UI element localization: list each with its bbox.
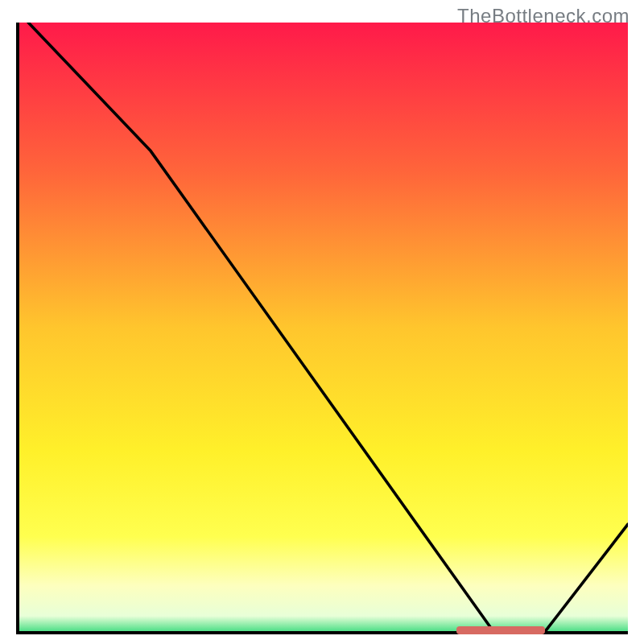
gradient-background — [16, 23, 628, 634]
chart-stage: TheBottleneck.com — [0, 0, 644, 644]
plot-area — [16, 23, 628, 634]
x-axis — [16, 631, 628, 634]
plot-svg — [16, 23, 628, 634]
y-axis — [16, 23, 19, 634]
